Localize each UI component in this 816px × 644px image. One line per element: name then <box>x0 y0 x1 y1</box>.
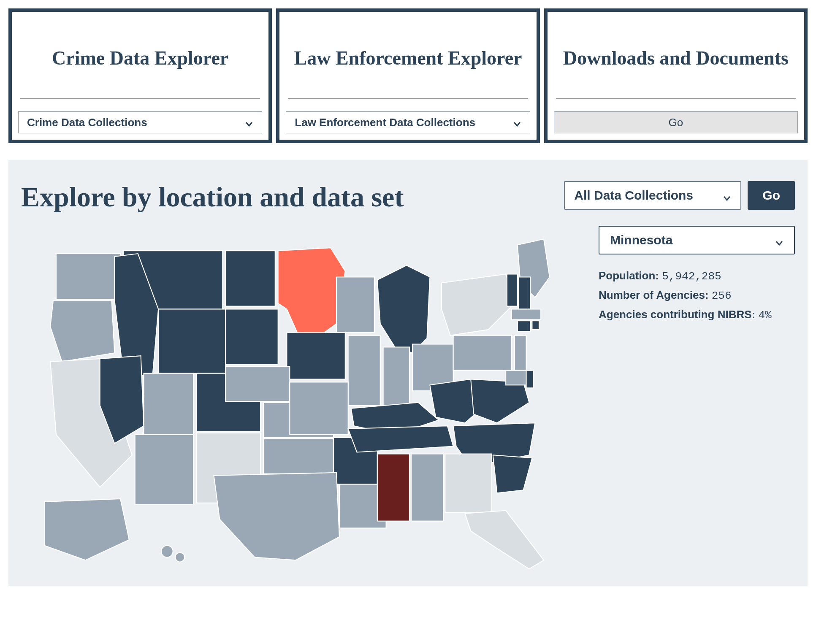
state-MN[interactable] <box>278 248 345 338</box>
state-IA[interactable] <box>287 333 345 379</box>
state-AZ[interactable] <box>135 435 193 505</box>
state-SD[interactable] <box>225 309 278 365</box>
stat-value: 256 <box>712 290 732 302</box>
button-label: Go <box>668 116 683 129</box>
state-PA[interactable] <box>453 336 512 371</box>
stat-label: Number of Agencies: <box>599 289 709 301</box>
state-HI[interactable] <box>161 546 173 557</box>
select-label: All Data Collections <box>574 188 693 203</box>
stat-nibrs: Agencies contributing NIBRS: 4% <box>599 308 795 322</box>
state-AL[interactable] <box>411 454 443 521</box>
divider <box>288 98 528 99</box>
state-HI-2[interactable] <box>175 552 184 562</box>
us-map-svg <box>21 222 582 572</box>
state-NH[interactable] <box>519 277 531 309</box>
state-NJ[interactable] <box>515 336 526 371</box>
stat-value: 4% <box>758 309 771 322</box>
dropdown-label: Law Enforcement Data Collections <box>295 116 475 129</box>
chevron-down-icon <box>723 191 731 200</box>
state-NE[interactable] <box>225 366 290 401</box>
explore-controls: All Data Collections Go <box>564 181 795 210</box>
divider <box>556 98 796 99</box>
state-TN[interactable] <box>348 426 453 452</box>
chevron-down-icon <box>513 118 521 127</box>
stat-population: Population: 5,942,285 <box>599 269 795 283</box>
state-FL[interactable] <box>465 511 544 569</box>
law-enforcement-collections-dropdown[interactable]: Law Enforcement Data Collections <box>286 111 530 133</box>
state-select[interactable]: Minnesota <box>599 226 795 254</box>
stat-label: Population: <box>599 269 659 282</box>
top-cards-row: Crime Data Explorer Crime Data Collectio… <box>8 8 808 143</box>
state-WA[interactable] <box>56 254 120 299</box>
card-title: Downloads and Documents <box>548 12 804 98</box>
state-UT[interactable] <box>144 373 194 435</box>
state-MS[interactable] <box>377 454 409 521</box>
state-DE[interactable] <box>526 371 534 388</box>
downloads-go-button[interactable]: Go <box>554 111 798 133</box>
state-MI[interactable] <box>377 265 430 353</box>
card-crime-data-explorer: Crime Data Explorer Crime Data Collectio… <box>8 8 272 143</box>
state-OK[interactable] <box>263 439 333 474</box>
chevron-down-icon <box>245 118 253 127</box>
state-RI[interactable] <box>532 321 539 330</box>
stat-value: 5,942,285 <box>662 270 721 283</box>
stat-agencies: Number of Agencies: 256 <box>599 289 795 302</box>
state-TX[interactable] <box>214 473 339 560</box>
card-downloads-documents: Downloads and Documents Go <box>544 8 808 143</box>
dataset-select[interactable]: All Data Collections <box>564 181 741 210</box>
state-select-label: Minnesota <box>610 233 672 247</box>
state-MA[interactable] <box>512 309 541 320</box>
state-MD[interactable] <box>506 371 529 385</box>
card-title: Law Enforcement Explorer <box>279 12 536 98</box>
us-map[interactable] <box>21 222 582 574</box>
state-WI[interactable] <box>336 277 374 332</box>
card-law-enforcement-explorer: Law Enforcement Explorer Law Enforcement… <box>276 8 539 143</box>
state-CT[interactable] <box>518 321 530 331</box>
state-OR[interactable] <box>50 300 114 362</box>
explore-title: Explore by location and data set <box>21 181 556 213</box>
explore-body: Minnesota Population: 5,942,285 Number o… <box>21 222 795 574</box>
card-title: Crime Data Explorer <box>12 12 268 98</box>
state-sidebar: Minnesota Population: 5,942,285 Number o… <box>599 222 795 574</box>
explore-header: Explore by location and data set All Dat… <box>21 181 795 213</box>
explore-section: Explore by location and data set All Dat… <box>8 160 808 586</box>
state-GA[interactable] <box>445 454 492 512</box>
state-SC[interactable] <box>493 455 532 493</box>
state-ND[interactable] <box>225 251 275 306</box>
state-VA[interactable] <box>471 379 529 423</box>
chevron-down-icon <box>775 236 783 244</box>
state-NY[interactable] <box>442 274 515 336</box>
state-IL[interactable] <box>348 336 380 406</box>
divider <box>20 98 260 99</box>
state-VT[interactable] <box>507 274 518 306</box>
state-AK[interactable] <box>44 499 129 560</box>
state-MO[interactable] <box>290 382 348 435</box>
dropdown-label: Crime Data Collections <box>27 116 147 129</box>
state-IN[interactable] <box>383 347 409 405</box>
controls-row: All Data Collections Go <box>564 181 795 210</box>
explore-go-button[interactable]: Go <box>748 181 795 210</box>
state-WY[interactable] <box>158 309 225 373</box>
crime-data-collections-dropdown[interactable]: Crime Data Collections <box>18 111 262 133</box>
stat-label: Agencies contributing NIBRS: <box>599 308 755 321</box>
